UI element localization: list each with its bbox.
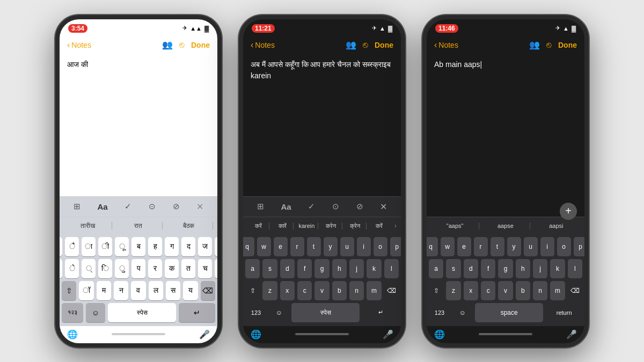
key-i-2[interactable]: i bbox=[357, 237, 371, 256]
back-button-3[interactable]: ‹ Notes bbox=[434, 40, 458, 50]
key-n-2[interactable]: n bbox=[349, 281, 364, 300]
camera-icon-2[interactable]: ⊙ bbox=[332, 202, 339, 211]
share-icon-2[interactable]: ⎋ bbox=[363, 40, 368, 50]
key-u-2[interactable]: u bbox=[340, 237, 354, 256]
key-d-3[interactable]: d bbox=[464, 259, 478, 278]
autocomplete-1-0[interactable]: तारीख bbox=[64, 222, 112, 230]
key-2-4[interactable]: ु bbox=[115, 259, 129, 278]
globe-icon-1[interactable]: 🌐 bbox=[67, 329, 78, 339]
key-3-1[interactable]: ॉ bbox=[79, 281, 93, 300]
key-b-2[interactable]: b bbox=[332, 281, 347, 300]
return-key-3[interactable]: return bbox=[546, 303, 582, 322]
key-v-3[interactable]: v bbox=[498, 281, 513, 300]
num-key-1[interactable]: १२३ bbox=[62, 303, 83, 322]
chevron-down-icon-2[interactable]: › bbox=[394, 222, 397, 230]
key-2-10[interactable]: ट bbox=[215, 259, 222, 278]
key-m-2[interactable]: m bbox=[367, 281, 381, 300]
key-o-3[interactable]: o bbox=[557, 237, 571, 256]
key-1-7[interactable]: ग bbox=[165, 237, 179, 256]
done-button-3[interactable]: Done bbox=[558, 41, 577, 49]
delete-key-1[interactable]: ⌫ bbox=[201, 281, 215, 300]
key-1-4[interactable]: ू bbox=[115, 237, 129, 256]
key-x-3[interactable]: x bbox=[464, 281, 478, 300]
key-l-2[interactable]: l bbox=[384, 259, 399, 278]
key-2-9[interactable]: च bbox=[198, 259, 212, 278]
compose-icon-2[interactable]: ⊘ bbox=[356, 202, 363, 211]
auto-2-2[interactable]: karein bbox=[296, 223, 318, 229]
key-w-2[interactable]: w bbox=[257, 237, 271, 256]
key-z-2[interactable]: z bbox=[262, 281, 277, 300]
key-k-3[interactable]: k bbox=[550, 259, 565, 278]
delete-key-2[interactable]: ⌫ bbox=[384, 281, 399, 300]
return-key-1[interactable]: ↵ bbox=[179, 303, 215, 322]
auto-2-4[interactable]: क्रेन bbox=[345, 223, 367, 230]
table-icon-2[interactable]: ⊞ bbox=[257, 202, 264, 211]
shift-key-3[interactable]: ⇧ bbox=[429, 281, 443, 300]
done-button-2[interactable]: Done bbox=[375, 41, 393, 49]
delete-key-3[interactable]: ⌫ bbox=[568, 281, 582, 300]
globe-icon-3[interactable]: 🌐 bbox=[434, 329, 445, 339]
key-c-2[interactable]: c bbox=[297, 281, 312, 300]
key-r-3[interactable]: r bbox=[474, 237, 488, 256]
auto-2-1[interactable]: कारें bbox=[272, 223, 294, 230]
return-key-2[interactable]: ↵ bbox=[362, 303, 399, 322]
collab-icon-2[interactable]: 👥 bbox=[346, 40, 356, 50]
autocomplete-1-1[interactable]: रात bbox=[114, 222, 163, 230]
key-2-8[interactable]: त bbox=[181, 259, 195, 278]
collab-icon-3[interactable]: 👥 bbox=[529, 40, 540, 50]
auto-2-5[interactable]: करें bbox=[369, 223, 390, 230]
auto-2-3[interactable]: करेन bbox=[320, 223, 342, 230]
globe-icon-2[interactable]: 🌐 bbox=[251, 329, 261, 339]
key-l-3[interactable]: l bbox=[568, 259, 582, 278]
key-3-7[interactable]: य bbox=[183, 281, 197, 300]
key-1-8[interactable]: द bbox=[181, 237, 195, 256]
key-3-2[interactable]: म bbox=[97, 281, 111, 300]
key-n-3[interactable]: n bbox=[533, 281, 547, 300]
key-p-3[interactable]: p bbox=[574, 237, 588, 256]
note-content-3[interactable]: Ab main aaps| + bbox=[427, 55, 584, 217]
key-k-2[interactable]: k bbox=[367, 259, 381, 278]
compose-icon-1[interactable]: ⊘ bbox=[173, 202, 180, 211]
key-v-2[interactable]: v bbox=[314, 281, 329, 300]
camera-icon-1[interactable]: ⊙ bbox=[149, 202, 156, 211]
auto-3-2[interactable]: aapsi bbox=[532, 223, 580, 229]
key-i-3[interactable]: i bbox=[540, 237, 554, 256]
key-2-7[interactable]: क bbox=[165, 259, 179, 278]
format-icon-2[interactable]: Aa bbox=[281, 202, 291, 211]
key-b-3[interactable]: b bbox=[516, 281, 530, 300]
key-e-2[interactable]: e bbox=[274, 237, 288, 256]
key-q-3[interactable]: q bbox=[424, 237, 438, 256]
close-icon-2[interactable]: ✕ bbox=[380, 202, 387, 212]
key-1-10[interactable]: ड bbox=[215, 237, 222, 256]
key-a-2[interactable]: a bbox=[245, 259, 260, 278]
key-w-3[interactable]: w bbox=[441, 237, 455, 256]
num-key-3[interactable]: 123 bbox=[429, 303, 450, 322]
key-j-3[interactable]: j bbox=[533, 259, 547, 278]
emoji-key-1[interactable]: ☺ bbox=[86, 303, 105, 322]
key-h-2[interactable]: h bbox=[332, 259, 347, 278]
key-h-3[interactable]: h bbox=[516, 259, 530, 278]
table-icon-1[interactable]: ⊞ bbox=[74, 202, 80, 211]
key-y-3[interactable]: y bbox=[507, 237, 521, 256]
key-3-3[interactable]: न bbox=[114, 281, 128, 300]
key-t-2[interactable]: t bbox=[307, 237, 321, 256]
auto-2-0[interactable]: करें bbox=[247, 223, 269, 230]
collab-icon-1[interactable]: 👥 bbox=[162, 40, 173, 50]
close-icon-1[interactable]: ✕ bbox=[196, 202, 203, 212]
key-f-3[interactable]: f bbox=[481, 259, 495, 278]
key-o-2[interactable]: o bbox=[374, 237, 387, 256]
back-button-2[interactable]: ‹ Notes bbox=[251, 40, 275, 50]
key-r-2[interactable]: r bbox=[290, 237, 304, 256]
mic-icon-1[interactable]: 🎤 bbox=[199, 329, 210, 339]
key-c-3[interactable]: c bbox=[481, 281, 495, 300]
key-m-3[interactable]: m bbox=[550, 281, 565, 300]
key-3-5[interactable]: ल bbox=[149, 281, 163, 300]
key-3-4[interactable]: व bbox=[131, 281, 145, 300]
key-2-3[interactable]: ि bbox=[98, 259, 112, 278]
key-1-3[interactable]: ी bbox=[98, 237, 112, 256]
key-1-5[interactable]: ब bbox=[131, 237, 145, 256]
key-3-6[interactable]: स bbox=[166, 281, 180, 300]
space-key-1[interactable]: स्पेस bbox=[108, 303, 176, 322]
check-icon-2[interactable]: ✓ bbox=[308, 202, 315, 211]
back-button-1[interactable]: ‹ Notes bbox=[67, 40, 91, 50]
